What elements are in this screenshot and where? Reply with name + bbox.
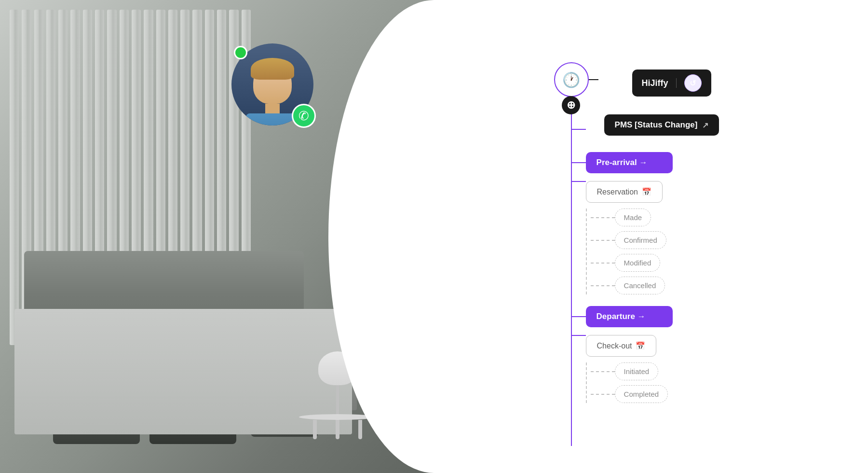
pms-node[interactable]: PMS [Status Change] ↗ [604,114,719,136]
sub-item-completed: Completed [591,385,668,403]
checkout-label: Check-out [597,342,632,350]
checkout-calendar-icon: 📅 [636,341,645,350]
add-node[interactable]: ⊕ [562,96,580,114]
pre-arrival-label: Pre-arrival → [597,158,648,167]
departure-label: Departure → [597,312,646,321]
whatsapp-icon: ✆ [298,109,309,124]
calendar-icon: 📅 [642,187,651,196]
reservation-label: Reservation [597,188,638,196]
cancelled-label: Cancelled [615,277,665,294]
departure-node[interactable]: Departure → [586,306,673,327]
plus-icon: ⊕ [567,99,575,111]
initiated-label: Initiated [615,362,659,380]
confirmed-label: Confirmed [615,231,666,249]
photo-section: ✆ [0,0,434,473]
sub-item-modified: Modified [591,254,666,272]
sub-item-confirmed: Confirmed [591,231,666,249]
hijiffy-label: HiJiffy [642,78,668,88]
lamp-table [299,351,376,439]
clock-icon: 🕐 [562,71,580,88]
hijiffy-logo-icon: ↺ [684,74,702,92]
sub-item-cancelled: Cancelled [591,277,666,294]
whatsapp-badge: ✆ [292,104,316,128]
made-label: Made [615,209,651,226]
sub-item-initiated: Initiated [591,362,668,380]
clock-node: 🕐 [554,62,589,97]
completed-label: Completed [615,385,668,403]
pms-label: PMS [Status Change] [615,120,698,130]
hijiffy-node[interactable]: HiJiffy ↺ [632,70,711,97]
online-status-dot [234,46,247,59]
modified-label: Modified [615,254,661,272]
avatar: ✆ [231,43,318,130]
reservation-node[interactable]: Reservation 📅 [586,181,663,203]
sub-item-made: Made [591,209,666,226]
checkout-node[interactable]: Check-out 📅 [586,335,657,357]
flowchart-panel: 🕐 HiJiffy ↺ ⊕ PMS [Status Chan [434,0,868,473]
pre-arrival-node[interactable]: Pre-arrival → [586,152,673,173]
flow-wrapper: 🕐 HiJiffy ↺ ⊕ PMS [Status Chan [554,62,719,411]
pms-icon: ↗ [702,121,708,130]
